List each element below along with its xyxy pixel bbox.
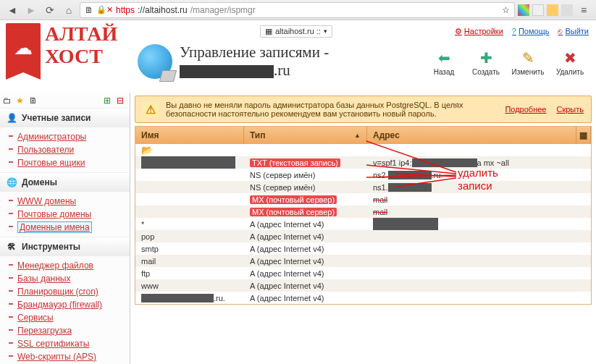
col-addr[interactable]: Адрес <box>367 127 576 144</box>
insecure-lock-icon: 🔒✕ <box>96 5 113 14</box>
note-icon[interactable]: 🗎 <box>29 96 39 106</box>
table-row[interactable]: ftpA (адрес Internet v4) <box>135 267 591 279</box>
collapse-all-icon[interactable]: ⊟ <box>117 96 127 106</box>
alert-box: ⚠ Вы давно не меняли пароль администрато… <box>135 96 592 123</box>
doc-icon: 🗎 <box>85 5 93 15</box>
tree-icon[interactable]: 🗀 <box>3 96 13 106</box>
sidebar-item[interactable]: Почтовые ящики <box>0 156 130 169</box>
table-row[interactable]: NS (сервер имён)ns1. <box>135 181 591 193</box>
help-link[interactable]: ?Помощь <box>512 27 550 36</box>
settings-link[interactable]: ⚙Настройки <box>455 27 503 36</box>
alert-hide-link[interactable]: Скрыть <box>556 105 584 114</box>
host-selector[interactable]: ▦ altaihost.ru :: ▾ <box>260 25 332 38</box>
bookmark-star-icon[interactable]: ☆ <box>502 5 510 15</box>
logo: ☁ АЛТАЙ ХОСТ <box>0 20 130 93</box>
sidebar-toolbar: 🗀 ★ 🗎 ⊞ ⊟ <box>0 93 130 109</box>
cloud-icon: ☁ <box>14 37 33 59</box>
col-name[interactable]: Имя <box>135 127 244 144</box>
logout-link[interactable]: ⎋Выйти <box>558 27 589 36</box>
star-icon[interactable]: ★ <box>16 96 26 106</box>
expand-all-icon[interactable]: ⊞ <box>104 96 114 106</box>
help-icon: ? <box>512 27 516 35</box>
browser-chrome: ◄ ► ⟳ ⌂ 🗎 🔒✕ https://altaihost.ru/manage… <box>0 0 596 20</box>
url-path: /manager/ispmgr <box>190 5 256 15</box>
sidebar-item[interactable]: Перезагрузка <box>0 324 130 337</box>
col-type[interactable]: Тип▲ <box>244 127 367 144</box>
ext-icon-4[interactable] <box>561 4 573 16</box>
sidebar-item[interactable]: Базы данных <box>0 272 130 285</box>
gear-icon: ⚙ <box>455 27 462 36</box>
wrench-icon: 🛠 <box>6 241 17 253</box>
host-label: altaihost.ru :: <box>275 27 321 35</box>
up-folder-icon[interactable]: 📂 <box>141 145 153 156</box>
logo-ribbon: ☁ <box>6 23 41 72</box>
sidebar-item[interactable]: Доменные имена <box>0 221 130 234</box>
records-grid: Имя Тип▲ Адрес ▦ 📂 TXT (текстовая запись… <box>135 126 592 305</box>
sidebar-item[interactable]: Пользователи <box>0 143 130 156</box>
home-btn[interactable]: ⌂ <box>61 3 77 17</box>
reload-btn[interactable]: ⟳ <box>42 3 58 17</box>
sidebar-item[interactable]: Web-скрипты (APS) <box>0 350 130 363</box>
ext-icon-2[interactable] <box>532 4 544 16</box>
user-icon: 👤 <box>6 112 17 124</box>
section-tools[interactable]: 🛠 Инструменты <box>0 237 130 256</box>
table-row[interactable]: TXT (текстовая запись)v=spf1 ip4:a mx ~a… <box>135 156 591 169</box>
alert-more-link[interactable]: Подробнее <box>505 105 546 114</box>
url-proto: https <box>116 5 135 15</box>
logo-text: АЛТАЙ ХОСТ <box>45 23 117 68</box>
chevron-down-icon: ▾ <box>324 27 327 35</box>
fwd-btn[interactable]: ► <box>23 3 39 17</box>
table-row[interactable]: NS (сервер имён)ns2..ru. <box>135 169 591 181</box>
table-row[interactable]: wwwA (адрес Internet v4) <box>135 279 591 292</box>
sidebar-item[interactable]: SSL сертификаты <box>0 337 130 350</box>
redacted-domain <box>180 65 274 78</box>
ext-icon-3[interactable] <box>547 4 558 16</box>
sort-arrow-icon: ▲ <box>354 132 361 139</box>
alert-text: Вы давно не меняли пароль администратора… <box>166 101 498 118</box>
section-domains[interactable]: 🌐 Домены <box>0 173 130 192</box>
col-config[interactable]: ▦ <box>576 127 591 144</box>
menu-icon[interactable]: ≡ <box>576 3 592 17</box>
logout-icon: ⎋ <box>558 27 563 35</box>
sidebar-item[interactable]: Менеджер файлов <box>0 259 130 272</box>
section-accounts[interactable]: 👤 Учетные записи <box>0 109 130 127</box>
ext-icon-1[interactable] <box>518 4 529 16</box>
table-row[interactable]: MX (почтовый сервер)mail <box>135 206 591 218</box>
globe-small-icon: 🌐 <box>6 177 17 188</box>
sidebar-item[interactable]: WWW домены <box>0 195 130 208</box>
extension-icons <box>518 4 573 16</box>
content-area: ⚠ Вы давно не меняли пароль администрато… <box>130 93 596 364</box>
table-row[interactable]: MX (почтовый сервер)mail <box>135 193 591 206</box>
create-button[interactable]: ✚Создать <box>467 48 505 76</box>
sidebar-item[interactable]: Администраторы <box>0 130 130 143</box>
table-row[interactable]: mailA (адрес Internet v4) <box>135 255 591 267</box>
url-host: ://altaihost.ru <box>138 5 188 15</box>
table-row[interactable]: popA (адрес Internet v4) <box>135 230 591 242</box>
sidebar-item[interactable]: Почтовые домены <box>0 208 130 221</box>
edit-button[interactable]: ✎Изменить <box>509 48 547 76</box>
table-row[interactable]: .ru.A (адрес Internet v4) <box>135 292 591 304</box>
up-row[interactable]: 📂 <box>135 144 591 156</box>
table-row[interactable]: smtpA (адрес Internet v4) <box>135 242 591 255</box>
back-btn[interactable]: ◄ <box>4 3 20 17</box>
url-bar[interactable]: 🗎 🔒✕ https://altaihost.ru/manager/ispmgr… <box>80 2 515 18</box>
back-button[interactable]: ⬅Назад <box>425 48 463 76</box>
sidebar-item[interactable]: Сервисы <box>0 311 130 324</box>
host-icon: ▦ <box>265 27 272 36</box>
page-title: Управление записями - .ru <box>180 43 329 80</box>
globe-icon <box>138 44 172 79</box>
table-row[interactable]: *A (адрес Internet v4) <box>135 218 591 230</box>
sidebar-item[interactable]: Брандмауэр (firewall) <box>0 298 130 311</box>
grid-header: Имя Тип▲ Адрес ▦ <box>135 127 591 144</box>
warning-icon: ⚠ <box>143 101 159 117</box>
logo-line1: АЛТАЙ <box>45 23 117 46</box>
sidebar: 🗀 ★ 🗎 ⊞ ⊟ 👤 Учетные записи Администратор… <box>0 93 130 364</box>
logo-line2: ХОСТ <box>45 46 117 68</box>
sidebar-item[interactable]: Планировщик (cron) <box>0 285 130 298</box>
delete-button[interactable]: ✖Удалить <box>551 48 589 76</box>
page-header: ☁ АЛТАЙ ХОСТ ▦ altaihost.ru :: ▾ ⚙Настро… <box>0 20 596 93</box>
